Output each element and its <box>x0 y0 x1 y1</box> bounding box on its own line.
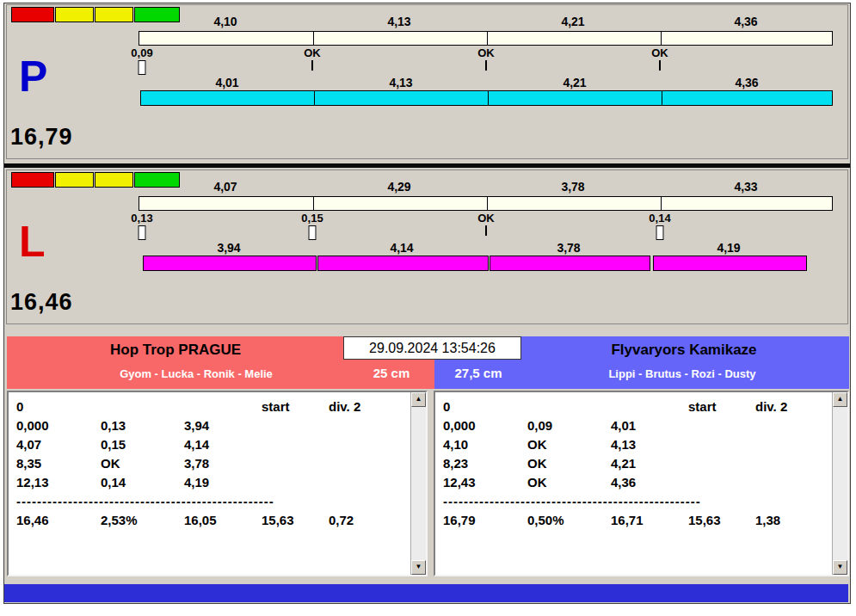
lane-p-total-time: 16,79 <box>10 124 73 151</box>
cell: 3,94 <box>184 418 262 433</box>
cell: OK <box>101 456 184 471</box>
dog-time: 4,01 <box>215 76 238 89</box>
scoreboard: Hop Trop PRAGUE Gyom - Lucka - Ronik - M… <box>7 336 849 578</box>
start-label: start <box>688 399 755 414</box>
cell: 4,21 <box>611 456 688 471</box>
team-subheader: 27,5 cm Lippi - Brutus - Rozi - Dusty <box>434 364 849 386</box>
cell: 4,10 <box>443 437 527 452</box>
cell: 0,13 <box>101 418 184 433</box>
box-marker <box>139 60 146 75</box>
lane-p-track: 4,10 4,13 4,21 4,36 0,09 OK OK OK <box>139 5 835 158</box>
results-panels: 0 start div. 2 0,000 0,13 3,94 4,07 0,15 <box>7 391 849 578</box>
cell: OK <box>527 475 611 490</box>
lane-divider <box>4 163 850 168</box>
scroll-down-button[interactable]: ▼ <box>833 560 847 575</box>
change-ok: OK <box>651 46 668 59</box>
yellow-light-icon <box>95 172 133 188</box>
table-row: 12,43 OK 4,36 <box>435 472 833 491</box>
reference-bar <box>139 196 833 211</box>
start-label: start <box>262 399 329 414</box>
sum-dog-times: 16,05 <box>184 513 262 527</box>
change-ok: OK <box>304 46 321 59</box>
table-row: 8,23 OK 4,21 <box>435 453 833 472</box>
bar-tick <box>487 197 488 210</box>
cell: 4,36 <box>611 475 688 490</box>
cell: OK <box>527 456 611 471</box>
cell: 0,14 <box>101 475 184 490</box>
totals-row: 16,79 0,50% 16,71 15,63 1,38 <box>435 510 833 529</box>
cell: 8,23 <box>443 456 527 471</box>
lane-l-total-time: 16,46 <box>10 289 73 316</box>
cell: 4,07 <box>16 437 101 452</box>
div-label: div. 2 <box>755 399 833 414</box>
run-bar-segment <box>662 90 833 106</box>
run-bar-segment <box>314 90 489 106</box>
change-time: 0,15 <box>301 212 323 225</box>
cell: 12,43 <box>443 475 527 490</box>
change-ok: OK <box>477 46 495 59</box>
change-time: 0,09 <box>131 46 152 59</box>
scoreboard-header: Hop Trop PRAGUE Gyom - Lucka - Ronik - M… <box>7 336 849 389</box>
run-bar-segment <box>653 256 807 271</box>
bar-tick <box>661 32 662 45</box>
results-table: 0 start div. 2 0,000 0,09 4,01 4,10 OK <box>435 392 833 575</box>
run-bar-segment <box>488 90 662 106</box>
tick-marker <box>485 225 487 236</box>
dog-time: 4,36 <box>735 76 758 89</box>
cell: 0 <box>16 399 101 414</box>
table-row: 0,000 0,13 3,94 <box>9 416 411 434</box>
split-time: 4,33 <box>734 180 757 194</box>
loss-percent: 2,53% <box>101 513 184 527</box>
div-label: div. 2 <box>329 399 411 414</box>
start-value: 15,63 <box>688 513 755 527</box>
jump-height: 27,5 cm <box>440 366 517 380</box>
bar-tick <box>313 32 314 45</box>
red-light-icon <box>11 172 54 188</box>
scroll-up-button[interactable]: ▲ <box>411 392 426 407</box>
dog-time: 4,19 <box>717 241 740 255</box>
results-panel-right[interactable]: 0 start div. 2 0,000 0,09 4,01 4,10 OK <box>434 391 849 576</box>
table-row: 4,10 OK 4,13 <box>435 434 833 453</box>
table-row: 0,000 0,09 4,01 <box>435 416 833 434</box>
scroll-down-icon: ▼ <box>416 563 422 570</box>
change-ok: OK <box>477 212 495 225</box>
split-time: 4,10 <box>213 15 237 28</box>
cell: 4,01 <box>611 418 688 433</box>
dog-time: 4,14 <box>390 241 413 255</box>
scroll-up-button[interactable]: ▲ <box>833 392 847 407</box>
scroll-up-icon: ▲ <box>837 395 844 403</box>
totals-row: 16,46 2,53% 16,05 15,63 0,72 <box>9 510 411 529</box>
team-subheader: Gyom - Lucka - Ronik - Melie 25 cm <box>7 364 434 386</box>
separator-row: ----------------------------------------… <box>435 491 833 510</box>
separator: ----------------------------------------… <box>16 494 274 508</box>
lane-p-panel: P 16,79 4,10 4,13 4,21 4,36 0,09 OK OK O… <box>6 4 848 159</box>
scroll-down-icon: ▼ <box>837 563 844 570</box>
results-panel-left[interactable]: 0 start div. 2 0,000 0,13 3,94 4,07 0,15 <box>7 391 428 576</box>
timing-app-window: P 16,79 4,10 4,13 4,21 4,36 0,09 OK OK O… <box>3 3 851 604</box>
sum-dog-times: 16,71 <box>611 513 688 527</box>
cell: 0,09 <box>527 418 611 433</box>
yellow-light-icon <box>55 7 94 22</box>
scroll-down-button[interactable]: ▼ <box>411 560 426 575</box>
vertical-scrollbar[interactable]: ▲ ▼ <box>832 392 847 575</box>
vertical-scrollbar[interactable]: ▲ ▼ <box>410 392 426 575</box>
lane-l-panel: L 16,46 4,07 4,29 3,78 4,33 0,13 0,15 OK… <box>6 169 848 324</box>
run-bar-segment <box>317 256 489 271</box>
tick-marker <box>311 60 313 71</box>
yellow-light-icon <box>55 172 94 188</box>
team-members: Gyom - Lucka - Ronik - Melie <box>7 367 385 380</box>
split-time: 4,07 <box>213 180 237 194</box>
box-marker <box>656 225 664 240</box>
table-header-row: 0 start div. 2 <box>435 397 833 416</box>
table-header-row: 0 start div. 2 <box>9 397 411 416</box>
yellow-light-icon <box>95 7 133 22</box>
tick-marker <box>659 60 661 71</box>
table-row: 8,35 OK 3,78 <box>9 453 411 472</box>
cell: 0,000 <box>443 418 527 433</box>
cell: 0 <box>443 399 527 414</box>
datetime: 29.09.2024 13:54:26 <box>343 336 521 360</box>
cell: 0,15 <box>101 437 184 452</box>
cell: 4,13 <box>611 437 688 452</box>
tick-marker <box>485 60 487 71</box>
start-value: 15,63 <box>262 513 329 527</box>
